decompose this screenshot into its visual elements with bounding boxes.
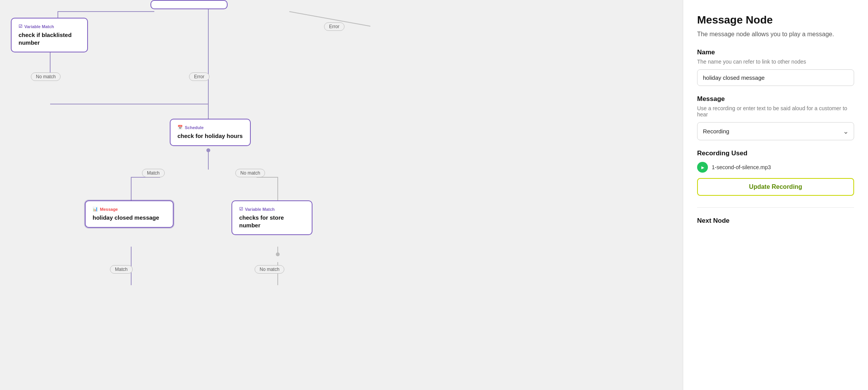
no-match-label-3: No match bbox=[255, 265, 284, 274]
svg-point-4 bbox=[206, 148, 210, 152]
node-title-blacklist: check if blacklisted number bbox=[19, 31, 80, 46]
next-node-label: Next Node bbox=[697, 217, 854, 225]
right-panel: Message Node The message node allows you… bbox=[683, 0, 868, 390]
node-title-schedule: check for holiday hours bbox=[177, 132, 243, 140]
match-label-2: Match bbox=[110, 265, 133, 274]
name-section-label: Name bbox=[697, 49, 854, 56]
node-title-message: holiday closed message bbox=[93, 214, 166, 222]
update-recording-button[interactable]: Update Recording bbox=[697, 178, 854, 196]
node-type-message: 📊 Message bbox=[93, 207, 166, 212]
variable-match-store-node[interactable]: ☑ Variable Match checks for store number bbox=[231, 200, 312, 235]
message-section-desc: Use a recording or enter text to be said… bbox=[697, 105, 854, 118]
variable-match-blacklist-node[interactable]: ☑ Variable Match check if blacklisted nu… bbox=[11, 18, 88, 52]
message-type-select[interactable]: Recording Text to Speech bbox=[697, 122, 854, 140]
recording-filename: 1-second-of-silence.mp3 bbox=[712, 164, 771, 170]
panel-title: Message Node bbox=[697, 14, 854, 26]
message-type-select-wrapper[interactable]: Recording Text to Speech ⌄ bbox=[697, 122, 854, 140]
message-holiday-node[interactable]: 📊 Message holiday closed message bbox=[85, 200, 174, 228]
flow-canvas[interactable]: Error ☑ Variable Match check if blacklis… bbox=[0, 0, 683, 390]
node-type-schedule: 📅 Schedule bbox=[177, 125, 243, 130]
match-label-1: Match bbox=[142, 169, 165, 177]
top-node[interactable] bbox=[150, 0, 228, 9]
recording-file-row: 1-second-of-silence.mp3 bbox=[697, 162, 854, 173]
panel-divider bbox=[697, 207, 854, 208]
name-input[interactable] bbox=[697, 69, 854, 86]
name-section-desc: The name you can refer to link to other … bbox=[697, 59, 854, 65]
no-match-label-1: No match bbox=[31, 72, 61, 81]
no-match-label-2: No match bbox=[235, 169, 265, 177]
node-type-variable-store: ☑ Variable Match bbox=[239, 207, 305, 212]
error-label-2: Error bbox=[189, 72, 209, 81]
svg-point-8 bbox=[276, 252, 280, 256]
recording-used-label: Recording Used bbox=[697, 150, 854, 157]
schedule-holiday-node[interactable]: 📅 Schedule check for holiday hours bbox=[170, 119, 251, 146]
play-icon[interactable] bbox=[697, 162, 708, 173]
flow-connections bbox=[0, 0, 683, 390]
panel-subtitle: The message node allows you to play a me… bbox=[697, 31, 854, 38]
error-label-1: Error bbox=[324, 22, 344, 31]
message-section-label: Message bbox=[697, 95, 854, 103]
node-title-store: checks for store number bbox=[239, 214, 305, 229]
node-type-variable-blacklist: ☑ Variable Match bbox=[19, 24, 80, 29]
